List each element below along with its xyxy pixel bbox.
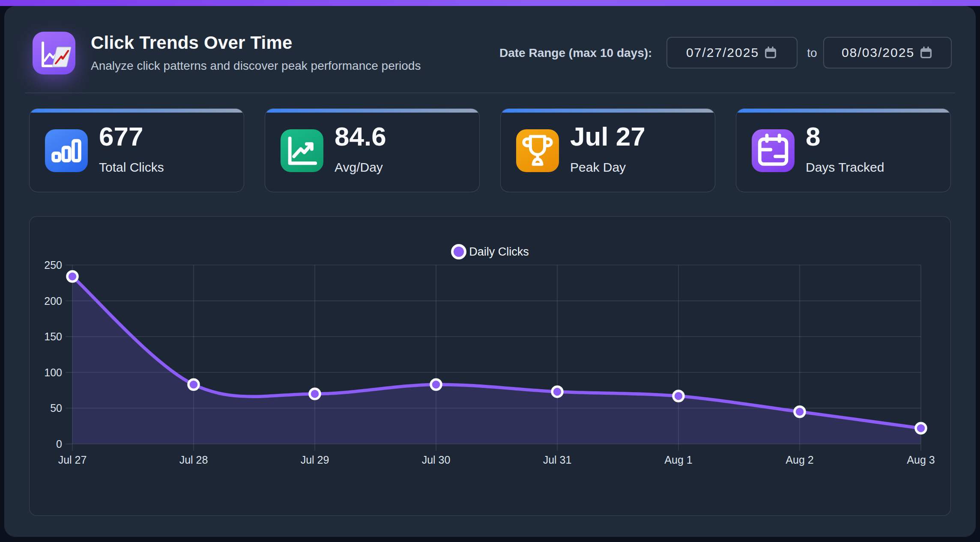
card-accent-strip [30,109,244,113]
data-point[interactable] [188,379,199,390]
page-title: Click Trends Over Time [91,33,293,53]
page-subtitle: Analyze click patterns and discover peak… [91,59,421,73]
trending-up-icon [281,129,323,172]
stat-label: Peak Day [570,160,626,175]
data-point[interactable] [67,271,78,282]
dashboard: { "header": { "title": "Click Trends Ove… [0,0,980,542]
end-date-input[interactable]: 08/03/2025 [823,37,952,68]
y-tick-label: 150 [44,331,62,342]
x-tick-label: Jul 29 [301,454,329,466]
start-date-value: 07/27/2025 [686,45,759,60]
x-tick-label: Aug 2 [786,454,813,466]
header-divider [25,92,955,93]
card-accent-strip [501,109,715,113]
calendar-icon[interactable] [919,45,933,60]
bar-chart-icon [45,129,88,172]
stat-value: 677 [99,122,143,150]
stat-label: Avg/Day [335,160,383,175]
x-tick-label: Jul 28 [179,454,208,466]
x-tick-label: Aug 1 [664,454,692,466]
start-date-input[interactable]: 07/27/2025 [666,37,798,68]
data-point[interactable] [431,379,441,390]
data-point[interactable] [310,389,320,399]
stat-value: Jul 27 [570,122,645,150]
data-point[interactable] [795,407,805,417]
x-tick-label: Aug 3 [907,454,935,466]
stat-card-peak-day: Jul 27 Peak Day [500,108,715,192]
stat-card-total-clicks: 677 Total Clicks [29,108,244,192]
y-tick-label: 0 [56,438,62,450]
accent-bar [0,0,980,6]
y-tick-label: 100 [44,366,62,378]
stat-card-days-tracked: 8 Days Tracked [736,108,951,192]
trophy-icon [516,129,559,172]
calendar-range-icon [752,129,795,172]
stats-row: 677 Total Clicks 84.6 Avg/Day [29,108,951,192]
stat-value: 8 [806,122,820,150]
trend-chart[interactable]: 050100150200250Jul 27Jul 28Jul 29Jul 30J… [30,232,951,497]
stat-card-avg-day: 84.6 Avg/Day [265,108,480,192]
y-tick-label: 250 [44,259,62,271]
x-tick-label: Jul 31 [543,454,572,466]
data-point[interactable] [552,387,562,397]
calendar-icon[interactable] [763,45,778,60]
chart-card: Daily Clicks 050100150200250Jul 27Jul 28… [29,216,951,516]
chart-trends-icon [33,32,75,74]
series-area [72,277,921,444]
x-tick-label: Jul 30 [422,454,451,466]
stat-label: Days Tracked [806,160,884,175]
end-date-value: 08/03/2025 [842,45,914,60]
card-accent-strip [736,109,950,113]
date-range-separator: to [804,46,821,60]
date-range-label: Date Range (max 10 days): [499,46,652,60]
y-tick-label: 50 [50,402,62,414]
stat-label: Total Clicks [99,160,164,175]
card-accent-strip [265,109,479,113]
chart-trends-glyph [33,32,75,74]
stat-value: 84.6 [335,122,386,150]
x-tick-label: Jul 27 [58,454,87,466]
data-point[interactable] [673,391,684,401]
y-tick-label: 200 [44,295,62,307]
data-point[interactable] [916,423,926,433]
